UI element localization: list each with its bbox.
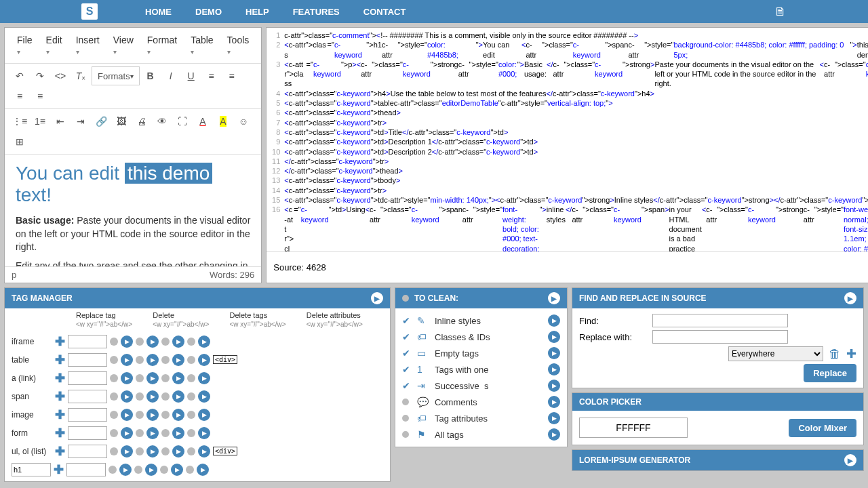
play-icon[interactable]: ▶ xyxy=(548,380,560,392)
replace-input[interactable] xyxy=(652,330,788,344)
play-icon[interactable]: ▶ xyxy=(172,372,184,384)
image-icon[interactable]: 🖼 xyxy=(112,112,131,131)
dot-icon[interactable] xyxy=(161,356,170,364)
play-icon[interactable]: ▶ xyxy=(198,372,210,384)
dot-icon[interactable] xyxy=(136,356,144,364)
plus-icon[interactable]: ✚ xyxy=(55,426,65,441)
find-input[interactable] xyxy=(652,314,788,327)
dot-icon[interactable] xyxy=(108,466,117,474)
play-icon[interactable]: ▶ xyxy=(198,354,210,366)
undo-icon[interactable]: ↶ xyxy=(10,66,29,85)
dot-icon[interactable] xyxy=(134,466,142,474)
align-left-icon[interactable]: ≡ xyxy=(202,66,221,85)
clean-item[interactable]: ⚑All tags▶ xyxy=(402,426,560,443)
play-icon[interactable]: ▶ xyxy=(172,427,184,439)
play-icon[interactable]: ▶ xyxy=(371,292,383,304)
replace-input[interactable] xyxy=(68,408,107,422)
play-icon[interactable]: ▶ xyxy=(121,427,133,439)
plus-icon[interactable]: ✚ xyxy=(54,462,64,477)
div-tag[interactable]: <div> xyxy=(213,355,237,364)
replace-input[interactable] xyxy=(68,426,107,440)
link-icon[interactable]: 🔗 xyxy=(92,112,111,131)
visual-content[interactable]: You can edit this demo text! Basic usage… xyxy=(5,155,261,266)
dot-icon[interactable] xyxy=(136,411,144,419)
menu-format[interactable]: Format xyxy=(140,30,184,60)
dot-icon[interactable] xyxy=(110,374,118,382)
dot-icon[interactable] xyxy=(187,374,195,382)
replace-input[interactable] xyxy=(68,445,107,458)
clean-item[interactable]: ✔⇥Successive s▶ xyxy=(402,378,560,394)
clean-item[interactable]: ✔🏷Classes & IDs▶ xyxy=(402,329,560,345)
play-icon[interactable]: ▶ xyxy=(548,363,560,375)
play-icon[interactable]: ▶ xyxy=(121,409,133,421)
plus-icon[interactable]: ✚ xyxy=(55,389,65,404)
document-icon[interactable]: 🗎 xyxy=(774,5,787,19)
play-icon[interactable]: ▶ xyxy=(121,336,133,348)
play-icon[interactable]: ▶ xyxy=(198,427,210,439)
plus-icon[interactable]: ✚ xyxy=(55,334,65,349)
align-justify-icon[interactable]: ≡ xyxy=(31,87,50,106)
table-icon[interactable]: ⊞ xyxy=(10,132,29,151)
replace-input[interactable] xyxy=(68,371,107,385)
play-icon[interactable]: ▶ xyxy=(172,409,184,421)
replace-input[interactable] xyxy=(68,390,107,403)
clean-item[interactable]: ✔1Tags with one ▶ xyxy=(402,361,560,378)
formats-dropdown[interactable]: Formats xyxy=(92,66,140,85)
dot-icon[interactable] xyxy=(136,374,144,382)
menu-table[interactable]: Table xyxy=(184,30,220,60)
dot-icon[interactable] xyxy=(187,429,195,437)
plus-icon[interactable]: ✚ xyxy=(55,352,65,367)
text-color-icon[interactable]: A xyxy=(193,112,212,131)
code-icon[interactable]: <> xyxy=(51,66,70,85)
menu-edit[interactable]: Edit xyxy=(39,30,69,60)
play-icon[interactable]: ▶ xyxy=(198,409,210,421)
play-icon[interactable]: ▶ xyxy=(548,292,560,304)
dot-icon[interactable] xyxy=(187,356,195,364)
div-tag[interactable]: <div> xyxy=(213,447,237,455)
fullscreen-icon[interactable]: ⛶ xyxy=(173,112,192,131)
play-icon[interactable]: ▶ xyxy=(548,331,560,343)
plus-icon[interactable]: ✚ xyxy=(55,444,65,459)
trash-icon[interactable]: 🗑 xyxy=(829,347,841,361)
play-icon[interactable]: ▶ xyxy=(548,314,560,327)
dot-icon[interactable] xyxy=(110,338,118,346)
dot-icon[interactable] xyxy=(186,466,194,474)
clean-item[interactable]: ✔▭Empty tags▶ xyxy=(402,345,560,361)
dot-icon[interactable] xyxy=(136,338,144,346)
play-icon[interactable]: ▶ xyxy=(198,390,210,403)
play-icon[interactable]: ▶ xyxy=(171,464,183,476)
logo-icon[interactable]: S xyxy=(81,3,98,20)
emoji-icon[interactable]: ☺ xyxy=(234,112,253,131)
dot-icon[interactable] xyxy=(110,411,118,419)
play-icon[interactable]: ▶ xyxy=(844,292,856,304)
nav-home[interactable]: HOME xyxy=(145,7,172,17)
dot-icon[interactable] xyxy=(136,429,144,437)
replace-input[interactable] xyxy=(68,353,107,367)
replace-input[interactable] xyxy=(66,463,106,476)
align-right-icon[interactable]: ≡ xyxy=(10,87,29,106)
replace-button[interactable]: Replace xyxy=(804,364,856,382)
play-icon[interactable]: ▶ xyxy=(548,396,560,408)
play-icon[interactable]: ▶ xyxy=(121,445,133,458)
play-icon[interactable]: ▶ xyxy=(198,445,210,458)
color-mixer-button[interactable]: Color Mixer xyxy=(789,419,856,437)
play-icon[interactable]: ▶ xyxy=(146,336,159,348)
plus-icon[interactable]: ✚ xyxy=(55,407,65,422)
dot-icon[interactable] xyxy=(161,447,170,455)
color-input[interactable] xyxy=(579,418,688,438)
dot-icon[interactable] xyxy=(161,429,170,437)
play-icon[interactable]: ▶ xyxy=(172,336,184,348)
play-icon[interactable]: ▶ xyxy=(146,372,159,384)
clean-item[interactable]: 🏷Tag attributes▶ xyxy=(402,410,560,426)
print-icon[interactable]: 🖨 xyxy=(132,112,151,131)
dot-icon[interactable] xyxy=(161,338,170,346)
italic-icon[interactable]: I xyxy=(161,66,180,85)
play-icon[interactable]: ▶ xyxy=(146,445,159,458)
dot-icon[interactable] xyxy=(161,374,170,382)
element-path[interactable]: p xyxy=(12,270,16,280)
dot-icon[interactable] xyxy=(136,392,144,401)
play-icon[interactable]: ▶ xyxy=(844,454,856,466)
source-content[interactable]: 1c-attr">class="c-comment"><!-- ########… xyxy=(267,28,868,251)
replace-input[interactable] xyxy=(68,335,107,348)
redo-icon[interactable]: ↷ xyxy=(31,66,50,85)
